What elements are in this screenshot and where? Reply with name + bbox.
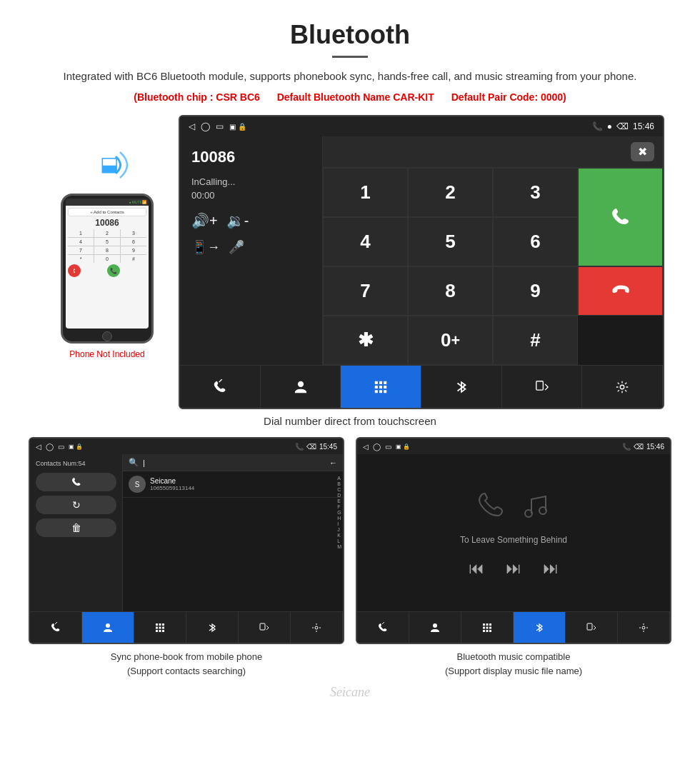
car-bottom-bar (180, 365, 663, 408)
car-main-content: 10086 InCalling... 00:00 🔊+ 🔉- 📱→ 🎤 ✖ (180, 136, 663, 365)
music-bottom-bluetooth[interactable] (514, 612, 566, 643)
spec-pair: Default Pair Code: 0000) (451, 91, 566, 103)
car-incalling-label: InCalling... (191, 176, 311, 187)
music-note-icon (517, 488, 553, 523)
search-back-icon: ← (329, 458, 337, 467)
contact-phone: 10655059113144 (150, 485, 337, 491)
music-screen-wrap: ◁ ◯ ▭ ▣ 🔒 📞 ⌫ 15:46 (356, 437, 671, 678)
svg-rect-8 (384, 386, 386, 388)
dial-key-5[interactable]: 5 (408, 217, 493, 266)
contacts-bottom-bluetooth[interactable] (186, 612, 239, 643)
dial-key-9[interactable]: 9 (493, 266, 578, 316)
svg-rect-9 (375, 390, 378, 393)
bottom-phone-icon[interactable] (180, 366, 261, 408)
bottom-settings-icon[interactable] (582, 366, 663, 408)
music-status-left: ◁ ◯ ▭ ▣ 🔒 (363, 443, 410, 451)
header-specs: (Bluetooth chip : CSR BC6 Default Blueto… (43, 89, 657, 105)
dial-key-2[interactable]: 2 (408, 168, 493, 217)
music-bottom-phone[interactable] (357, 612, 409, 643)
backspace-button[interactable]: ✖ (631, 142, 654, 161)
dial-key-8[interactable]: 8 (408, 266, 493, 316)
contacts-bottom-settings[interactable] (291, 612, 343, 643)
bottom-bluetooth-icon[interactable] (421, 366, 502, 408)
music-time: 15:46 (646, 443, 664, 451)
contact-list-item: S Seicane 10655059113144 (123, 471, 343, 498)
transfer-icon[interactable]: 📱→ (191, 239, 220, 255)
main-screen-area: ⬓ ● MUTE 📶 + Add to Contacts 10086 123 4… (0, 115, 700, 409)
phone-call-btn: 📞 (107, 264, 120, 277)
contacts-phone-icon: 📞 (295, 443, 304, 451)
contacts-delete-btn[interactable]: 🗑 (36, 518, 116, 537)
dial-key-7[interactable]: 7 (323, 266, 408, 316)
prev-track-icon[interactable]: ⏮ (469, 559, 484, 578)
svg-line-1 (219, 379, 221, 382)
contacts-bottom-contacts[interactable] (82, 612, 134, 643)
vol-up-icon[interactable]: 🔊+ (191, 212, 218, 229)
svg-rect-11 (384, 390, 386, 393)
header-description: Integrated with BC6 Bluetooth module, su… (43, 68, 657, 85)
contacts-bottom-dialpad[interactable] (134, 612, 186, 643)
call-button[interactable] (578, 168, 663, 266)
dial-key-4[interactable]: 4 (323, 217, 408, 266)
svg-point-35 (433, 623, 437, 628)
svg-text:⬓: ⬓ (100, 153, 119, 175)
car-dialpad-grid: 1 2 3 4 5 6 7 8 9 (323, 168, 663, 365)
music-bottom-contacts[interactable] (409, 612, 461, 643)
contacts-status-right: 📞 ⌫ 15:45 (295, 443, 337, 451)
contact-name: Seicane (150, 477, 337, 485)
dial-key-1[interactable]: 1 (323, 168, 408, 217)
mic-icon[interactable]: 🎤 (229, 239, 244, 255)
contacts-time: 15:45 (319, 443, 337, 451)
bottom-transfer-icon[interactable] (502, 366, 583, 408)
svg-line-14 (545, 384, 548, 387)
phone-mockup: ● MUTE 📶 + Add to Contacts 10086 123 456… (61, 194, 154, 344)
dial-key-hash[interactable]: # (493, 316, 578, 365)
time-display: 15:46 (633, 121, 654, 131)
music-bottom-transfer[interactable] (566, 612, 618, 643)
contacts-left-panel: Contacts Num:54 ↻ 🗑 (30, 454, 123, 611)
bottom-dialpad-icon[interactable] (341, 366, 421, 408)
bottom-contacts-icon[interactable] (261, 366, 341, 408)
spec-chip: (Bluetooth chip : CSR BC6 (134, 91, 260, 103)
dial-key-6[interactable]: 6 (493, 217, 578, 266)
watermark: Seicane (0, 685, 700, 700)
svg-rect-27 (162, 630, 164, 632)
notification-icon: ▣ 🔒 (229, 123, 246, 131)
svg-line-47 (594, 628, 596, 630)
bluetooth-waves-icon: ⬓ (79, 144, 136, 186)
contacts-bottom-transfer[interactable] (239, 612, 291, 643)
svg-rect-22 (156, 626, 158, 628)
dial-key-star[interactable]: ✱ (323, 316, 408, 365)
car-left-panel: 10086 InCalling... 00:00 🔊+ 🔉- 📱→ 🎤 (180, 136, 323, 365)
contacts-wifi-icon: ⌫ (306, 443, 316, 451)
dial-key-0[interactable]: 0+ (408, 316, 493, 365)
svg-line-29 (266, 626, 269, 628)
contacts-recents-icon: ▭ (58, 443, 64, 451)
music-bottom-settings[interactable] (618, 612, 670, 643)
music-screen: ◁ ◯ ▭ ▣ 🔒 📞 ⌫ 15:46 (356, 437, 671, 644)
svg-rect-41 (489, 626, 491, 628)
svg-rect-10 (379, 390, 382, 393)
svg-line-46 (594, 626, 596, 628)
svg-rect-36 (483, 623, 485, 626)
page-title: Bluetooth (43, 20, 657, 50)
dial-key-3[interactable]: 3 (493, 168, 578, 217)
contacts-call-btn[interactable] (36, 473, 116, 491)
svg-line-15 (545, 387, 548, 390)
phone-status-bar: ● MUTE 📶 (66, 199, 149, 206)
music-bottom-bar (357, 611, 670, 643)
contacts-refresh-btn[interactable]: ↻ (36, 496, 116, 514)
music-icon-area (474, 488, 553, 523)
end-call-button[interactable] (578, 266, 663, 316)
contact-info: Seicane 10655059113144 (150, 477, 337, 491)
music-bottom-dialpad[interactable] (461, 612, 514, 643)
next-track-icon[interactable]: ⏭ (543, 559, 559, 578)
vol-down-icon[interactable]: 🔉- (226, 212, 249, 229)
contacts-bottom-phone[interactable] (30, 612, 82, 643)
car-dialpad-area: ✖ 1 2 3 4 5 6 7 (323, 136, 663, 365)
car-volume-controls: 🔊+ 🔉- (191, 212, 311, 229)
next-frame-icon[interactable]: ⏭ (506, 559, 521, 578)
svg-rect-7 (379, 386, 382, 388)
phone-add-contacts: + Add to Contacts (68, 208, 146, 216)
svg-rect-44 (489, 630, 491, 632)
